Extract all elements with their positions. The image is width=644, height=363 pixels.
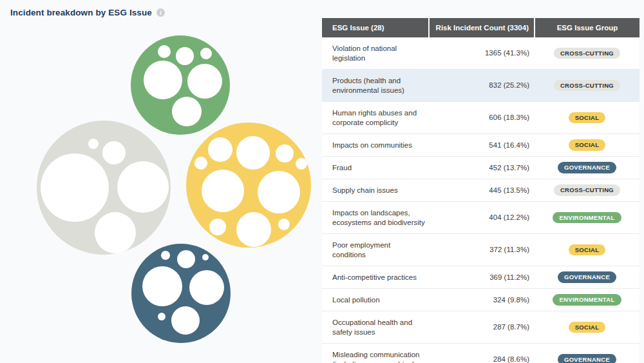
risk-incident-count-cell: 372 (11.3%) — [429, 234, 535, 266]
table-row[interactable]: Local pollution324 (9.8%)ENVIRONMENTAL — [322, 289, 639, 311]
risk-incident-count-cell: 324 (9.8%) — [429, 289, 535, 311]
table-row[interactable]: Violation of national legislation1365 (4… — [322, 37, 639, 70]
esg-issue-cell: Violation of national legislation — [322, 37, 429, 70]
esg-issue-cell: Supply chain issues — [322, 179, 429, 202]
risk-incident-count-cell: 452 (13.7%) — [429, 157, 535, 179]
table-body: Violation of national legislation1365 (4… — [322, 37, 639, 363]
risk-incident-count-cell: 832 (25.2%) — [429, 70, 535, 102]
bubble-issue[interactable] — [276, 144, 294, 162]
chart-title-bar: Incident breakdown by ESG Issue i — [10, 8, 165, 17]
esg-issue-group-cell: ENVIRONMENTAL — [535, 202, 639, 234]
bubble-chart[interactable] — [0, 0, 322, 363]
esg-group-badge: CROSS-CUTTING — [554, 184, 620, 196]
risk-incident-count-cell: 287 (8.7%) — [429, 311, 535, 344]
table-row[interactable]: Fraud452 (13.7%)GOVERNANCE — [322, 157, 639, 179]
esg-issue-cell: Fraud — [322, 157, 429, 179]
esg-issue-cell: Impacts on communities — [322, 134, 429, 157]
bubble-issue[interactable] — [202, 170, 244, 212]
esg-issue-cell: Human rights abuses and corporate compli… — [322, 102, 429, 134]
table-row[interactable]: Anti-competitive practices369 (11.2%)GOV… — [322, 266, 639, 289]
esg-group-badge: CROSS-CUTTING — [554, 48, 620, 59]
table-row[interactable]: Human rights abuses and corporate compli… — [322, 102, 639, 134]
esg-issue-table-wrap: ESG Issue (28) Risk Incident Count (3304… — [322, 18, 639, 363]
bubble-issue[interactable] — [200, 48, 212, 59]
esg-issue-group-cell: CROSS-CUTTING — [535, 37, 639, 70]
bubble-issue[interactable] — [278, 219, 290, 230]
table-row[interactable]: Supply chain issues445 (13.5%)CROSS-CUTT… — [322, 179, 639, 202]
esg-group-badge: ENVIRONMENTAL — [553, 294, 621, 306]
bubble-issue[interactable] — [296, 158, 307, 170]
esg-group-badge: CROSS-CUTTING — [554, 80, 620, 92]
bubble-issue[interactable] — [161, 251, 170, 260]
bubble-issue[interactable] — [202, 254, 209, 260]
bubble-issue[interactable] — [187, 64, 222, 99]
esg-group-badge: SOCIAL — [569, 244, 606, 256]
page-title: Incident breakdown by ESG Issue — [10, 8, 152, 17]
esg-issue-cell: Local pollution — [322, 289, 429, 311]
risk-incident-count-cell: 284 (8.6%) — [429, 344, 535, 363]
esg-issue-cell: Products (health and environmental issue… — [322, 70, 429, 102]
risk-incident-count-cell: 445 (13.5%) — [429, 179, 535, 202]
bubble-issue[interactable] — [142, 266, 182, 306]
bubble-issue[interactable] — [102, 141, 126, 164]
table-row[interactable]: Misleading communication (including gree… — [322, 344, 639, 363]
col-header-esg-issue-group: ESG Issue Group — [535, 18, 639, 37]
bubble-issue[interactable] — [158, 45, 171, 58]
esg-issue-group-cell: ENVIRONMENTAL — [535, 289, 639, 311]
esg-group-badge: SOCIAL — [569, 112, 606, 124]
esg-group-badge: ENVIRONMENTAL — [553, 212, 621, 224]
esg-issue-group-cell: CROSS-CUTTING — [535, 70, 639, 102]
esg-issue-group-cell: GOVERNANCE — [535, 157, 639, 179]
table-row[interactable]: Impacts on landscapes, ecosystems and bi… — [322, 202, 639, 234]
bubble-issue[interactable] — [194, 157, 207, 170]
bubble-issue[interactable] — [208, 137, 232, 162]
risk-incident-count-cell: 541 (16.4%) — [429, 134, 535, 157]
esg-issue-group-cell: SOCIAL — [535, 102, 639, 134]
risk-incident-count-cell: 606 (18.3%) — [429, 102, 535, 134]
bubble-issue[interactable] — [172, 97, 202, 126]
bubble-issue[interactable] — [95, 212, 136, 253]
esg-issue-group-cell: SOCIAL — [535, 234, 639, 266]
esg-issue-table: ESG Issue (28) Risk Incident Count (3304… — [322, 18, 639, 363]
bubble-issue[interactable] — [144, 61, 182, 99]
info-icon[interactable]: i — [156, 8, 165, 17]
table-header: ESG Issue (28) Risk Incident Count (3304… — [322, 18, 639, 37]
bubble-issue[interactable] — [41, 153, 109, 222]
esg-group-badge: SOCIAL — [569, 139, 606, 151]
table-row[interactable]: Occupational health and safety issues287… — [322, 311, 639, 344]
risk-incident-count-cell: 404 (12.2%) — [429, 202, 535, 234]
esg-issue-group-cell: SOCIAL — [535, 134, 639, 157]
esg-group-badge: GOVERNANCE — [558, 271, 616, 283]
bubble-issue[interactable] — [117, 161, 169, 213]
esg-group-badge: GOVERNANCE — [558, 354, 616, 363]
esg-issue-cell: Misleading communication (including gree… — [322, 344, 429, 363]
risk-incident-count-cell: 1365 (41.3%) — [429, 37, 535, 70]
table-row[interactable]: Impacts on communities541 (16.4%)SOCIAL — [322, 134, 639, 157]
esg-issue-group-cell: GOVERNANCE — [535, 266, 639, 289]
bubble-issue[interactable] — [189, 270, 224, 305]
bubble-issue[interactable] — [171, 306, 200, 335]
bubble-issue[interactable] — [88, 139, 99, 149]
table-row[interactable]: Products (health and environmental issue… — [322, 70, 639, 102]
bubble-issue[interactable] — [236, 212, 271, 247]
table-row[interactable]: Poor employment conditions372 (11.3%)SOC… — [322, 234, 639, 266]
esg-group-badge: SOCIAL — [569, 322, 606, 333]
col-header-esg-issue: ESG Issue (28) — [322, 18, 429, 37]
bubble-issue[interactable] — [158, 313, 166, 320]
bubble-issue[interactable] — [209, 219, 226, 235]
esg-group-badge: GOVERNANCE — [558, 162, 616, 173]
esg-issue-cell: Anti-competitive practices — [322, 266, 429, 289]
esg-issue-group-cell: GOVERNANCE — [535, 344, 639, 363]
esg-issue-cell: Impacts on landscapes, ecosystems and bi… — [322, 202, 429, 234]
esg-issue-group-cell: SOCIAL — [535, 311, 639, 344]
bubble-issue[interactable] — [176, 47, 194, 65]
bubble-issue[interactable] — [177, 250, 195, 268]
risk-incident-count-cell: 369 (11.2%) — [429, 266, 535, 289]
bubble-issue[interactable] — [236, 136, 270, 170]
esg-issue-cell: Poor employment conditions — [322, 234, 429, 266]
col-header-risk-incident-count: Risk Incident Count (3304) — [429, 18, 535, 37]
bubble-issue[interactable] — [258, 171, 300, 213]
esg-issue-group-cell: CROSS-CUTTING — [535, 179, 639, 202]
esg-issue-cell: Occupational health and safety issues — [322, 311, 429, 344]
